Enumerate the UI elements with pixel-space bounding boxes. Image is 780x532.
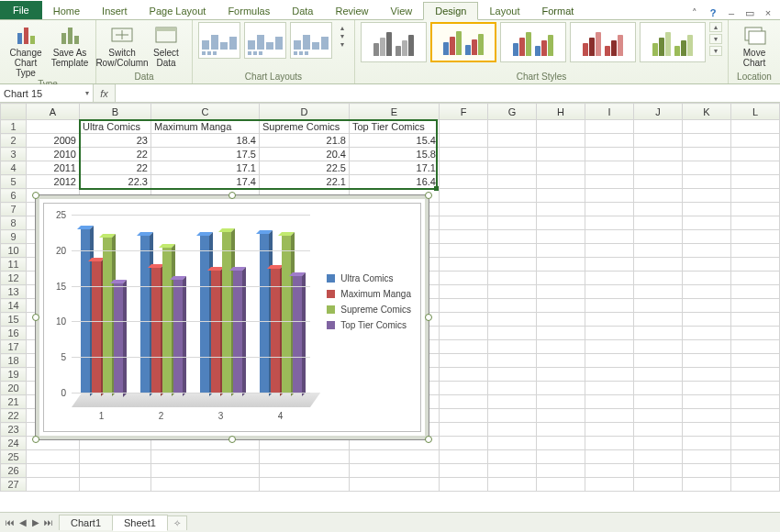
cell[interactable]: 2009 [27,134,80,148]
cell[interactable] [537,230,585,244]
row-header[interactable]: 2 [1,134,27,148]
cell[interactable] [440,272,488,285]
cell[interactable] [537,382,585,395]
cell[interactable] [440,148,488,161]
row-header[interactable]: 1 [1,120,27,134]
chart-bar[interactable] [103,238,112,393]
cell[interactable] [585,175,634,189]
gallery-scroll-icon[interactable]: ▾ [709,46,722,56]
cell[interactable] [537,189,585,203]
chart-bar[interactable] [140,236,150,393]
tab-file[interactable]: File [0,1,42,19]
cell[interactable] [260,478,350,492]
chart-bar[interactable] [233,271,242,393]
tab-layout[interactable]: Layout [478,3,530,19]
column-header[interactable]: F [440,104,488,120]
cell[interactable] [683,478,731,492]
cell[interactable] [683,409,731,423]
cell[interactable] [537,450,585,464]
cell[interactable] [634,285,683,299]
cell[interactable] [731,161,780,175]
row-header[interactable]: 15 [1,313,27,327]
cell[interactable] [440,423,488,437]
window-restore-icon[interactable]: ▭ [743,6,756,19]
cell[interactable] [585,120,634,134]
cell[interactable] [683,120,731,134]
cell[interactable] [585,327,634,340]
tab-design[interactable]: Design [423,2,478,20]
row-header[interactable]: 18 [1,354,27,368]
cell[interactable] [683,244,731,258]
chart-bar[interactable] [114,283,123,393]
cell[interactable] [488,395,537,409]
cell[interactable] [440,354,488,368]
cell[interactable] [440,134,488,148]
chart-bar[interactable] [271,269,280,393]
cell[interactable] [585,423,634,437]
cell[interactable] [683,175,731,189]
cell[interactable] [488,216,537,230]
cell[interactable] [634,354,683,368]
cell[interactable] [731,272,780,285]
resize-handle[interactable] [32,192,39,199]
cell[interactable]: 17.1 [350,161,440,175]
cell[interactable] [440,285,488,299]
column-header[interactable]: B [80,104,151,120]
cell[interactable] [731,120,780,134]
cell[interactable] [537,258,585,272]
cell[interactable] [488,423,537,437]
cell[interactable] [731,258,780,272]
chart-bar[interactable] [282,236,291,393]
chart-bar[interactable] [162,248,172,393]
cell[interactable]: 23 [80,134,151,148]
cell[interactable] [683,148,731,161]
minimize-ribbon-icon[interactable]: ˄ [688,6,701,19]
gallery-scroll-icon[interactable]: ▾ [336,32,349,40]
cell[interactable] [585,464,634,478]
chart-style-thumb[interactable] [430,22,496,62]
cell[interactable] [731,437,780,450]
cell[interactable] [488,299,537,313]
cell[interactable] [488,175,537,189]
cell[interactable] [350,450,440,464]
cell[interactable] [585,313,634,327]
cell[interactable] [488,148,537,161]
cell[interactable] [151,478,260,492]
cell[interactable] [27,120,80,134]
cell[interactable] [585,299,634,313]
cell[interactable] [683,161,731,175]
sheet-nav-prev-icon[interactable]: ◀ [17,517,29,527]
cell[interactable] [585,450,634,464]
cell[interactable] [731,450,780,464]
cell[interactable] [683,395,731,409]
gallery-scroll-icon[interactable]: ▾ [709,34,722,44]
row-header[interactable]: 24 [1,437,27,450]
window-close-icon[interactable]: × [762,6,774,19]
cell[interactable] [440,409,488,423]
cell[interactable] [151,464,260,478]
cell[interactable] [731,203,780,216]
cell[interactable]: 16.4 [350,175,440,189]
chart-layout-thumb[interactable] [244,22,286,59]
cell[interactable] [488,244,537,258]
select-all-corner[interactable] [1,104,27,120]
cell[interactable]: Maximum Manga [151,120,260,134]
cell[interactable] [731,409,780,423]
cell[interactable]: 22.5 [260,161,350,175]
cell[interactable] [537,175,585,189]
cell[interactable] [488,258,537,272]
cell[interactable] [585,478,634,492]
chart-legend[interactable]: Ultra ComicsMaximum MangaSupreme ComicsT… [327,268,411,336]
sheet-tab-sheet1[interactable]: Sheet1 [112,515,168,531]
column-header[interactable]: C [151,104,260,120]
tab-formulas[interactable]: Formulas [217,3,281,19]
cell[interactable]: 17.1 [151,161,260,175]
cell[interactable] [634,299,683,313]
row-header[interactable]: 5 [1,175,27,189]
cell[interactable]: 2011 [27,161,80,175]
chart-bar[interactable] [173,280,183,393]
cell[interactable] [731,148,780,161]
chart-layout-thumb[interactable] [198,22,240,59]
chart-bar[interactable] [293,276,302,393]
resize-handle[interactable] [425,314,432,321]
